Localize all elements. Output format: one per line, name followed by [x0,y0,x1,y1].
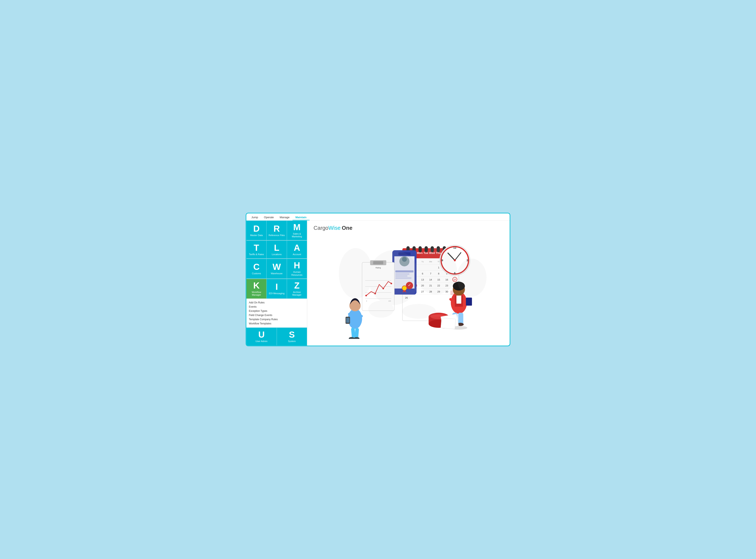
tile-account[interactable]: A Account [287,241,307,259]
tile-archive-manager[interactable]: Z Archive Manager [287,279,307,298]
tile-grid-row1: D Master Data R Reference Files M Sales … [246,221,307,241]
nav-jump[interactable]: Jump [249,215,261,220]
app-title: CargoWiseOne [314,225,503,231]
tile-customs[interactable]: C Customs [246,259,266,278]
svg-point-0 [339,248,373,298]
submenu-events[interactable]: Events [249,305,304,309]
nav-maintain[interactable]: Maintain [293,215,309,220]
tile-human-resources[interactable]: H Human Resources [287,259,307,278]
submenu-workflow-templates[interactable]: Workflow Templates [249,321,304,326]
workflow-submenu: Add On Rules Events Exception Types Fiel… [246,299,307,328]
tile-reference-files[interactable]: R Reference Files [266,221,287,240]
content-area: D Master Data R Reference Files M Sales … [246,221,510,345]
submenu-exception-types[interactable]: Exception Types [249,309,304,313]
tile-master-data[interactable]: D Master Data [246,221,266,240]
title-cargo: Cargo [314,225,328,231]
submenu-field-change-events[interactable]: Field Change Events [249,313,304,317]
svg-point-1 [368,250,419,305]
main-window: Jump Operate Manage Maintain D Master Da… [246,213,510,346]
top-nav: Jump Operate Manage Maintain [246,214,510,221]
world-map-icon [314,236,503,341]
tile-grid-row3: C Customs W Warehouse H Human Resources [246,259,307,279]
svg-point-2 [415,248,457,294]
right-panel: CargoWiseOne [307,221,510,345]
tile-edi-messaging[interactable]: I EDI Messaging [266,279,287,298]
tile-workflow-manager[interactable]: K Workflow Manager [246,279,266,298]
submenu-template-company-rules[interactable]: Template Company Rules [249,317,304,321]
tile-tariffs-rates[interactable]: T Tariffs & Rates [246,241,266,259]
tile-grid-row2: T Tariffs & Rates L Locations A Account [246,241,307,259]
nav-operate[interactable]: Operate [261,215,277,220]
svg-point-3 [457,259,487,296]
tile-user-admin[interactable]: U User Admin [246,328,277,345]
tile-locations[interactable]: L Locations [266,241,287,259]
tile-system[interactable]: S System [277,328,307,345]
title-one: One [342,225,352,231]
svg-point-4 [368,301,394,317]
svg-point-5 [402,304,436,318]
left-panel: D Master Data R Reference Files M Sales … [246,221,307,345]
tile-sales-marketing[interactable]: M Sales & Marketing [287,221,307,240]
illustration-area: Sun Mon Tue Wed Thu Fri Sat Su Mo Tu We [314,236,503,341]
submenu-add-on-rules[interactable]: Add On Rules [249,300,304,305]
tile-grid-row4: K Workflow Manager I EDI Messaging Z Arc… [246,279,307,299]
tile-warehouse[interactable]: W Warehouse [266,259,287,278]
title-wise: Wise [328,225,341,231]
nav-manage[interactable]: Manage [277,215,293,220]
tile-grid-bottom: U User Admin S System [246,328,307,345]
